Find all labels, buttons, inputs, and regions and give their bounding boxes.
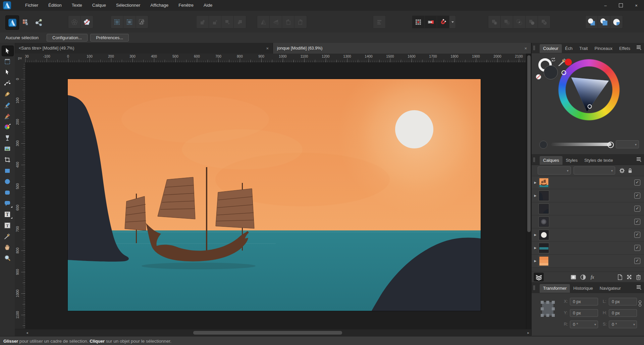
transform-field-x[interactable]: 0 px	[570, 298, 598, 305]
transform-field-l[interactable]: 0 px	[609, 298, 637, 305]
mask-layer-icon[interactable]	[571, 274, 576, 280]
window-close-button[interactable]: ×	[629, 0, 644, 11]
view-pan-tool[interactable]	[2, 242, 13, 252]
layers-stack-icon[interactable]	[534, 273, 544, 281]
tab-close-icon[interactable]: ×	[266, 46, 269, 51]
layer-visibility-checkbox[interactable]: ✓	[634, 219, 640, 225]
color-tab-trait[interactable]: Trait	[576, 44, 591, 53]
transform-field-y[interactable]: 0 px	[570, 309, 598, 317]
vector-brush-tool[interactable]	[2, 111, 13, 121]
place-image-tool[interactable]	[2, 144, 13, 154]
blend-mode-dropdown[interactable]: ▾	[574, 166, 615, 175]
point-transform-tool[interactable]	[2, 78, 13, 88]
fill-gradient-tool[interactable]	[2, 122, 13, 132]
color-tab-couleur[interactable]: Couleur	[540, 44, 562, 53]
configuration-button[interactable]: Configuration...	[47, 34, 88, 42]
transform-field-h[interactable]: 0 px	[609, 309, 637, 317]
panel-menu-icon[interactable]	[636, 45, 642, 50]
layer-visibility-checkbox[interactable]: ✓	[634, 180, 640, 186]
rounded-rectangle-tool[interactable]	[2, 188, 13, 198]
layer-row-courbe[interactable]: ✓	[532, 202, 644, 215]
transform-field-s[interactable]: 0 °▾	[609, 321, 637, 328]
artistic-text-tool[interactable]: T	[2, 209, 13, 219]
delete-layer-icon[interactable]	[636, 274, 641, 280]
color-picker-tool[interactable]	[2, 231, 13, 241]
transform-tab-historique[interactable]: Historique	[570, 284, 596, 293]
menu-edition[interactable]: Édition	[43, 0, 67, 11]
layer-expand-icon[interactable]: ▶	[532, 246, 539, 250]
new-layer-icon[interactable]	[618, 274, 623, 280]
preferences-button[interactable]: Préférences...	[90, 34, 129, 42]
grid-show-button[interactable]	[111, 15, 123, 28]
window-maximize-button[interactable]	[613, 0, 629, 11]
scroll-right-arrow[interactable]: ▸	[527, 331, 529, 335]
speech-bubble-tool[interactable]	[2, 198, 13, 208]
new-pixel-layer-icon[interactable]	[627, 274, 632, 280]
adjustment-layer-icon[interactable]	[580, 274, 586, 280]
layer-visibility-checkbox[interactable]: ✓	[634, 232, 640, 238]
artboard[interactable]	[68, 79, 481, 311]
vector-crop-tool[interactable]	[2, 155, 13, 165]
layer-visibility-checkbox[interactable]: ✓	[634, 193, 640, 199]
no-fill-icon[interactable]	[536, 74, 541, 80]
layer-expand-icon[interactable]: ▶	[532, 233, 539, 236]
transform-tab-transformer[interactable]: Transformer	[540, 284, 570, 293]
assistant-flower-off-button[interactable]	[81, 15, 93, 28]
horizontal-scrollbar-thumb[interactable]	[193, 331, 342, 335]
swap-fill-stroke-icon[interactable]	[550, 57, 556, 62]
frame-text-tool[interactable]: T	[2, 220, 13, 230]
persona-export-button[interactable]	[32, 15, 45, 29]
layer-expand-icon[interactable]: ▶	[532, 181, 539, 184]
grid-snap-button[interactable]	[123, 15, 136, 28]
insert-above-button[interactable]	[598, 15, 610, 28]
menu-aide[interactable]: Aide	[199, 0, 217, 11]
menu-calque[interactable]: Calque	[87, 0, 111, 11]
layer-row-rectangle[interactable]: ▶ ✓	[532, 255, 644, 268]
color-tab-pinceaux[interactable]: Pinceaux	[591, 44, 615, 53]
menu-selectionner[interactable]: Sélectionner	[111, 0, 145, 11]
link-dimensions-icon[interactable]	[638, 300, 642, 307]
saturation-lightness-triangle[interactable]	[558, 59, 620, 121]
caret-down-button[interactable]	[449, 15, 456, 28]
grid-edit-button[interactable]	[136, 15, 148, 28]
vertical-scrollbar[interactable]	[526, 54, 532, 329]
transform-tab-navigateur[interactable]: Navigateur	[596, 284, 624, 293]
rectangle-tool[interactable]	[2, 166, 13, 176]
pixel-grid-red-button[interactable]	[412, 15, 425, 28]
layer-settings-gear-icon[interactable]	[619, 168, 625, 174]
artboard-tool[interactable]	[2, 57, 13, 67]
opacity-slider-knob[interactable]	[607, 142, 614, 148]
layers-opacity-dropdown[interactable]: ▾	[538, 166, 571, 175]
layers-tab-styles-de-texte[interactable]: Styles de texte	[581, 156, 616, 165]
layer-row-courbe[interactable]: ▶ ✓	[532, 189, 644, 202]
menu-fenetre[interactable]: Fenêtre	[173, 0, 199, 11]
zoom-tool[interactable]	[2, 253, 13, 263]
opacity-slider[interactable]	[551, 143, 611, 146]
layer-visibility-checkbox[interactable]: ✓	[634, 258, 640, 264]
layer-row-pixel[interactable]: ✓	[532, 215, 644, 228]
layer-effects-icon[interactable]: fx	[590, 274, 597, 280]
layer-lock-icon[interactable]	[628, 168, 633, 174]
opacity-swatch[interactable]	[539, 141, 547, 149]
layer-expand-icon[interactable]: ▶	[532, 259, 539, 263]
color-tab-effets[interactable]: Effets	[616, 44, 634, 53]
panel-menu-icon[interactable]	[636, 157, 642, 162]
whole-pixel-red-button[interactable]	[425, 15, 437, 28]
layer-row-ellipse[interactable]: ▶ ✓	[532, 228, 644, 242]
move-tool[interactable]	[2, 46, 14, 56]
scroll-left-arrow[interactable]: ◂	[26, 331, 28, 335]
layers-tab-styles[interactable]: Styles	[562, 156, 581, 165]
transform-anchor-selector[interactable]	[539, 299, 556, 319]
fill-color-well[interactable]	[544, 65, 558, 79]
color-tab-ech[interactable]: Éch	[562, 44, 576, 53]
layers-tab-calques[interactable]: Calques	[540, 156, 562, 165]
magnet-red-button[interactable]	[437, 15, 449, 28]
insert-behind-button[interactable]	[585, 15, 598, 28]
ellipse-tool[interactable]	[2, 177, 13, 187]
panel-menu-icon[interactable]	[636, 285, 642, 290]
document-tab-2[interactable]: jonque [Modifié] (63.9%)×	[273, 43, 531, 54]
transform-field-r[interactable]: 0 °▾	[570, 321, 598, 328]
vertical-scrollbar-thumb[interactable]	[527, 55, 531, 232]
layer-row-rectangle[interactable]: ▶ ✓	[532, 242, 644, 255]
node-tool[interactable]	[2, 67, 13, 77]
